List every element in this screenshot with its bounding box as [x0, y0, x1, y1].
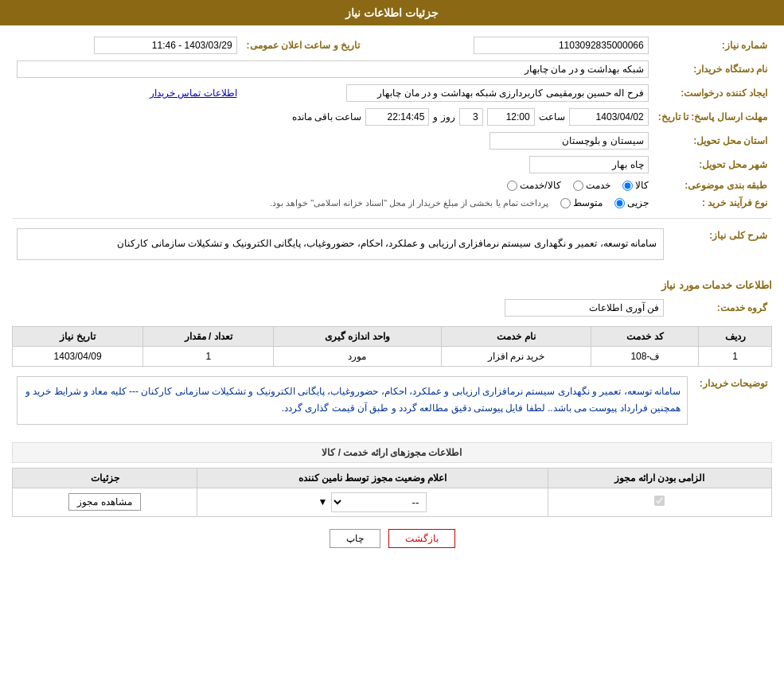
page-header: جزئیات اطلاعات نیاز: [0, 0, 784, 25]
cell-tedad: 1: [143, 346, 274, 366]
col-joziat: جزئیات: [13, 468, 197, 488]
col-tedad: تعداد / مقدار: [143, 326, 274, 346]
mohlat-label: مهلت ارسال پاسخ: تا تاریخ:: [653, 105, 772, 129]
mohlat-row: 1403/04/02 ساعت 12:00 3 روز و 22:14:45 س…: [12, 105, 653, 129]
khadamat-section-title: اطلاعات خدمات مورد نیاز: [12, 279, 772, 291]
radio-jozii-item: جزیی: [614, 197, 649, 208]
cell-joziat: مشاهده مجوز: [13, 488, 197, 516]
contact-link-cell: اطلاعات تماس خریدار: [12, 81, 242, 105]
permit-table: الزامی بودن ارائه مجوز اعلام وضعیت مجوز …: [12, 468, 772, 517]
cell-tarikh: 1403/04/09: [13, 346, 143, 366]
mohlat-date: 1403/04/02: [569, 108, 649, 126]
tarikh-saat-value: 1403/03/29 - 11:46: [12, 33, 242, 57]
page-container: جزئیات اطلاعات نیاز شماره نیاز: 11030928…: [0, 0, 784, 696]
toseeh-box: سامانه توسعه، تعمیر و نگهداری سیستم نرما…: [17, 376, 688, 425]
ostan-label: استان محل تحویل:: [653, 129, 772, 153]
grohe-khedmat-label: گروه خدمت:: [669, 296, 772, 320]
mohlat-saat-label: ساعت: [539, 111, 565, 122]
mojavez-section-title: اطلاعات مجوزهای ارائه خدمت / کالا: [12, 442, 772, 463]
ijad-konande-value: فرح اله حسین بورمقیمی کاربردارزی شبکه به…: [242, 81, 653, 105]
radio-motavasset[interactable]: [560, 198, 571, 208]
table-row: 1 ف-108 خرید نرم افزار مورد 1 1403/04/09: [13, 346, 772, 366]
col-vaziat: اعلام وضعیت مجوز توسط نامین کننده: [197, 468, 548, 488]
page-title: جزئیات اطلاعات نیاز: [345, 6, 439, 19]
name-dastgah-value: شبکه بهداشت و در مان چابهار: [12, 57, 653, 81]
sharh-koli-label: شرح کلی نیاز:: [669, 225, 772, 271]
toseeh-label: توضیحات خریدار:: [692, 373, 772, 436]
tarighe-value: کالا/خدمت خدمت کالا: [12, 177, 653, 194]
cell-vahed: مورد: [274, 346, 441, 366]
mohlat-rooz-label: روز و: [433, 111, 454, 122]
cell-name: خرید نرم افزار: [441, 346, 591, 366]
content-area: شماره نیاز: 1103092835000066 تاریخ و ساع…: [0, 25, 784, 556]
radio-motavasset-label: متوسط: [573, 197, 603, 208]
cell-radif: 1: [699, 346, 772, 366]
col-tarikh: تاریخ نیاز: [13, 326, 143, 346]
khadamat-table: ردیف کد خدمت نام خدمت واحد اندازه گیری ت…: [12, 326, 772, 367]
grohe-khedmat-table: گروه خدمت: فن آوری اطلاعات: [12, 296, 772, 320]
radio-kala-label: کالا: [635, 180, 649, 191]
print-button[interactable]: چاپ: [330, 529, 380, 548]
vaziat-select[interactable]: --: [331, 492, 427, 512]
radio-kala[interactable]: [622, 181, 633, 191]
main-info-table: شماره نیاز: 1103092835000066 تاریخ و ساع…: [12, 33, 772, 212]
bottom-buttons: بازگشت چاپ: [12, 529, 772, 548]
tarighe-label: طبقه بندی موضوعی:: [653, 177, 772, 194]
mohlat-rooz: 3: [459, 108, 483, 126]
name-dastgah-input: شبکه بهداشت و در مان چابهار: [17, 60, 649, 78]
radio-desc-item: پرداخت تمام یا بخشی از مبلغ خریدار از مح…: [270, 198, 548, 208]
col-radif: ردیف: [699, 326, 772, 346]
permit-row: -- ▼ مشاهده مجوز: [13, 488, 772, 516]
tarighe-radio-group: کالا/خدمت خدمت کالا: [17, 180, 649, 191]
shomare-niaz-label: شماره نیاز:: [653, 33, 772, 57]
radio-kala-item: کالا: [622, 180, 649, 191]
dropdown-arrow: ▼: [318, 496, 328, 507]
elzami-checkbox: [654, 496, 665, 506]
grohe-khedmat-value: فن آوری اطلاعات: [12, 296, 669, 320]
contact-link[interactable]: اطلاعات تماس خریدار: [150, 87, 237, 99]
tarikh-saat-input: 1403/03/29 - 11:46: [94, 37, 237, 54]
shahr-input: چاه بهار: [529, 156, 649, 173]
col-vahed: واحد اندازه گیری: [274, 326, 441, 346]
view-mojavez-button[interactable]: مشاهده مجوز: [68, 493, 140, 511]
radio-motavasset-item: متوسط: [560, 197, 603, 208]
radio-khedmat-label: خدمت: [586, 180, 610, 191]
shahr-value: چاه بهار: [12, 153, 653, 177]
farayand-radio-group: پرداخت تمام یا بخشی از مبلغ خریدار از مح…: [17, 197, 649, 208]
ijad-konande-label: ایجاد کننده درخواست:: [653, 81, 772, 105]
grohe-khedmat-input: فن آوری اطلاعات: [505, 299, 664, 317]
back-button[interactable]: بازگشت: [388, 529, 455, 548]
ostan-value: سیستان و بلوچستان: [12, 129, 653, 153]
mohlat-baqi-label: ساعت باقی مانده: [292, 111, 362, 122]
radio-khedmat[interactable]: [573, 181, 583, 191]
toseeh-table: توضیحات خریدار: سامانه توسعه، تعمیر و نگ…: [12, 373, 772, 436]
shomare-niaz-input: 1103092835000066: [474, 37, 649, 54]
tarikh-saat-label: تاریخ و ساعت اعلان عمومی:: [242, 33, 376, 57]
cell-vaziat: -- ▼: [197, 488, 548, 516]
divider-1: [12, 218, 772, 219]
radio-kala-khedmat-item: کالا/خدمت: [507, 180, 560, 191]
nooe-farayand-label: نوع فرآیند خرید :: [653, 194, 772, 212]
radio-jozii-label: جزیی: [627, 197, 649, 208]
shomare-niaz-value: 1103092835000066: [376, 33, 653, 57]
nooe-farayand-value: پرداخت تمام یا بخشی از مبلغ خریدار از مح…: [12, 194, 653, 212]
cell-elzami: [548, 488, 771, 516]
radio-desc: پرداخت تمام یا بخشی از مبلغ خریدار از مح…: [270, 198, 548, 208]
radio-jozii[interactable]: [614, 198, 625, 208]
mohlat-saat: 12:00: [487, 108, 535, 126]
shahr-label: شهر محل تحویل:: [653, 153, 772, 177]
sharh-table: شرح کلی نیاز: سامانه توسعه، تعمیر و نگهد…: [12, 225, 772, 271]
toseeh-value: سامانه توسعه، تعمیر و نگهداری سیستم نرما…: [12, 373, 692, 436]
cell-kod: ف-108: [591, 346, 699, 366]
ijad-konande-input: فرح اله حسین بورمقیمی کاربردارزی شبکه به…: [346, 84, 649, 102]
date-row: 1403/04/02 ساعت 12:00 3 روز و 22:14:45 س…: [17, 108, 649, 126]
radio-khedmat-item: خدمت: [573, 180, 610, 191]
sharh-koli-value: سامانه توسعه، تعمیر و نگهداری سیستم نرما…: [12, 225, 669, 271]
col-elzami: الزامی بودن ارائه مجوز: [548, 468, 771, 488]
ostan-input: سیستان و بلوچستان: [490, 132, 649, 150]
radio-kala-khedmat[interactable]: [507, 181, 517, 191]
sharh-koli-box: سامانه توسعه، تعمیر و نگهداری سیستم نرما…: [17, 228, 664, 260]
name-dastgah-label: نام دستگاه خریدار:: [653, 57, 772, 81]
col-kod: کد خدمت: [591, 326, 699, 346]
radio-kala-khedmat-label: کالا/خدمت: [520, 180, 560, 191]
